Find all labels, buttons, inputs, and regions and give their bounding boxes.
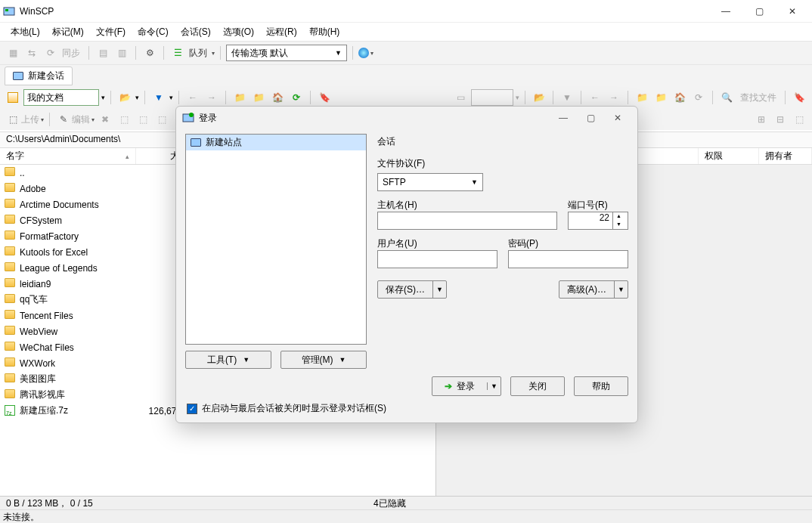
protocol-select[interactable]: SFTP ▼ (377, 173, 483, 191)
folder-icon (5, 183, 17, 195)
right-open-icon[interactable]: 📂 (531, 89, 547, 106)
file-name: WXWork (20, 358, 136, 369)
left-root-icon[interactable]: 📁 (250, 89, 267, 106)
sync-button[interactable]: ⟳同步 (42, 45, 83, 61)
left-filter-icon[interactable]: ▼ (150, 89, 167, 106)
port-value: 22 (572, 212, 612, 229)
menu-remote[interactable]: 远程(R) (262, 24, 302, 40)
left-open-icon[interactable]: 📂 (116, 89, 133, 106)
reconnect-button[interactable]: ▾ (358, 48, 373, 58)
port-label: 端口号(R) (568, 199, 628, 212)
new-site-item[interactable]: 新建站点 (186, 135, 366, 150)
save-button[interactable]: 保存(S)…▼ (377, 280, 447, 299)
find-files-icon[interactable]: 🔍 (718, 89, 735, 106)
menu-file[interactable]: 文件(F) (91, 24, 130, 40)
sync-browse-icon[interactable]: ⇆ (23, 45, 40, 61)
close-button[interactable]: 关闭 (510, 376, 565, 396)
help-button[interactable]: 帮助 (574, 376, 628, 396)
new-session-tab[interactable]: 新建会话 (5, 67, 73, 85)
window-close-button[interactable]: ✕ (776, 1, 809, 22)
session-group-label: 会话 (377, 134, 628, 150)
queue-button[interactable]: ☰ 队列 ▾ (169, 45, 215, 61)
left-fwd-icon[interactable]: → (203, 89, 220, 106)
right-refresh-icon[interactable]: ⟳ (690, 89, 707, 106)
folder-icon (5, 278, 17, 290)
left-up-icon[interactable]: 📁 (231, 89, 248, 106)
show-at-startup-row[interactable]: ✓ 在启动与最后会话被关闭时显示登录对话框(S) (185, 402, 628, 415)
host-input[interactable] (377, 212, 557, 230)
transfer-label: 传输选项 (231, 47, 268, 60)
show-at-startup-checkbox[interactable]: ✓ (187, 404, 197, 414)
transfer-settings-combo[interactable]: 传输选项 默认 ▼ (226, 45, 347, 61)
svg-rect-1 (5, 9, 8, 11)
right-up-icon[interactable]: 📁 (634, 89, 650, 106)
window-minimize-button[interactable]: ― (709, 1, 742, 22)
newdir-icon[interactable]: ⬚ (153, 111, 170, 128)
left-dir-name: 我的文档 (27, 91, 64, 104)
rename-icon[interactable]: ⬚ (135, 111, 151, 128)
right-home-icon[interactable]: 🏠 (671, 89, 688, 106)
right-dir-combo[interactable] (471, 89, 513, 106)
pwsh-icon[interactable]: ▥ (113, 45, 130, 61)
console-icon[interactable]: ▤ (95, 45, 111, 61)
right-fwd-icon[interactable]: → (606, 89, 622, 106)
edit-button[interactable]: ✎编辑▾ (55, 111, 95, 128)
port-down-icon[interactable]: ▼ (613, 221, 624, 229)
folder-icon (5, 167, 17, 179)
port-input[interactable]: 22 ▲▼ (568, 212, 628, 230)
find-files-label[interactable]: 查找文件 (737, 91, 779, 104)
menu-session[interactable]: 会话(S) (176, 24, 215, 40)
login-button[interactable]: ➔登录 ▼ (432, 376, 501, 396)
login-dialog-titlebar: 登录 ― ▢ ✕ (176, 107, 637, 129)
delete-icon[interactable]: ✖ (97, 111, 113, 128)
menu-local[interactable]: 本地(L) (6, 24, 45, 40)
pass-input[interactable] (508, 250, 628, 268)
menu-help[interactable]: 帮助(H) (305, 24, 345, 40)
menu-mark[interactable]: 标记(M) (48, 24, 88, 40)
right-minus-icon[interactable]: ⊟ (772, 111, 789, 128)
folder-icon (5, 294, 17, 306)
show-at-startup-label: 在启动与最后会话被关闭时显示登录对话框(S) (202, 402, 386, 415)
advanced-button[interactable]: 高级(A)…▼ (559, 280, 628, 299)
left-refresh-icon[interactable]: ⟳ (288, 89, 305, 106)
left-dir-combo[interactable]: 我的文档 (23, 89, 99, 106)
props-icon[interactable]: ⬚ (116, 111, 132, 128)
folder-icon (5, 357, 17, 370)
right-drive-icon[interactable]: ▭ (452, 89, 469, 106)
right-filter-icon[interactable]: ▼ (559, 89, 575, 106)
left-bookmark-icon[interactable]: 🔖 (316, 89, 333, 106)
tools-button[interactable]: 工具(T)▼ (185, 351, 271, 369)
right-sq-icon[interactable]: ⬚ (791, 111, 807, 128)
file-name: qq飞车 (20, 293, 136, 306)
right-plus-icon[interactable]: ⊞ (753, 111, 770, 128)
col-perm[interactable]: 权限 (699, 148, 759, 164)
folder-icon (5, 246, 17, 258)
login-maximize-button: ▢ (577, 113, 604, 123)
gear-icon[interactable]: ⚙ (141, 45, 158, 61)
menu-options[interactable]: 选项(O) (218, 24, 259, 40)
window-title: WinSCP (20, 6, 709, 17)
protocol-label: 文件协议(F) (377, 157, 628, 170)
user-input[interactable] (377, 250, 497, 268)
left-drive-icon[interactable] (5, 89, 21, 106)
right-bookmark-icon[interactable]: 🔖 (791, 89, 807, 106)
file-name: 美图图库 (20, 373, 136, 385)
upload-button[interactable]: ⬚上传▾ (5, 111, 44, 128)
right-root-icon[interactable]: 📁 (652, 89, 669, 106)
site-list[interactable]: 新建站点 (185, 134, 367, 345)
new-site-label: 新建站点 (206, 136, 242, 149)
manage-button[interactable]: 管理(M)▼ (280, 351, 367, 369)
right-back-icon[interactable]: ← (587, 89, 603, 106)
window-maximize-button[interactable]: ▢ (742, 1, 776, 22)
login-minimize-button[interactable]: ― (550, 113, 577, 123)
folder-icon (5, 342, 17, 354)
menu-command[interactable]: 命令(C) (133, 24, 173, 40)
left-home-icon[interactable]: 🏠 (269, 89, 286, 106)
compare-icon[interactable]: ▦ (5, 45, 21, 61)
col-owner[interactable]: 拥有者 (759, 148, 812, 164)
left-back-icon[interactable]: ← (184, 89, 201, 106)
login-close-x-button[interactable]: ✕ (604, 113, 631, 123)
col-name[interactable]: 名字▴ (0, 148, 136, 164)
port-up-icon[interactable]: ▲ (613, 212, 624, 221)
folder-icon (5, 215, 17, 227)
